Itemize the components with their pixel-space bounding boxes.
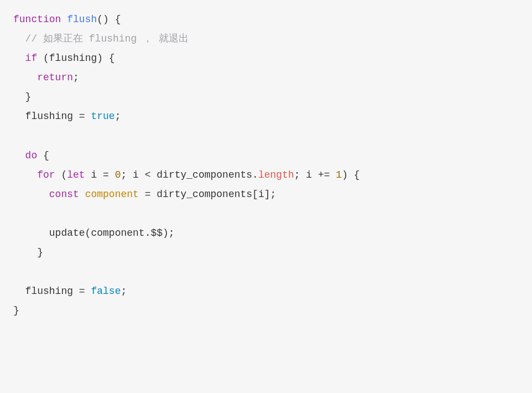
code-line: function flush() { xyxy=(13,14,121,25)
code-line: if (flushing) { xyxy=(13,53,115,64)
code-line: // 如果正在 flushing ， 就退出 xyxy=(13,33,189,44)
code-line: for (let i = 0; i < dirty_components.len… xyxy=(13,169,360,180)
code-line: } xyxy=(13,305,19,316)
code-block: function flush() { // 如果正在 flushing ， 就退… xyxy=(13,10,519,321)
code-line: const component = dirty_components[i]; xyxy=(13,189,276,200)
code-line: } xyxy=(13,91,31,102)
code-line: } xyxy=(13,247,43,258)
code-line: flushing = false; xyxy=(13,286,127,297)
code-line: do { xyxy=(13,150,49,161)
code-line: flushing = true; xyxy=(13,111,121,122)
code-line: return; xyxy=(13,72,79,83)
code-line: update(component.$$); xyxy=(13,227,175,239)
